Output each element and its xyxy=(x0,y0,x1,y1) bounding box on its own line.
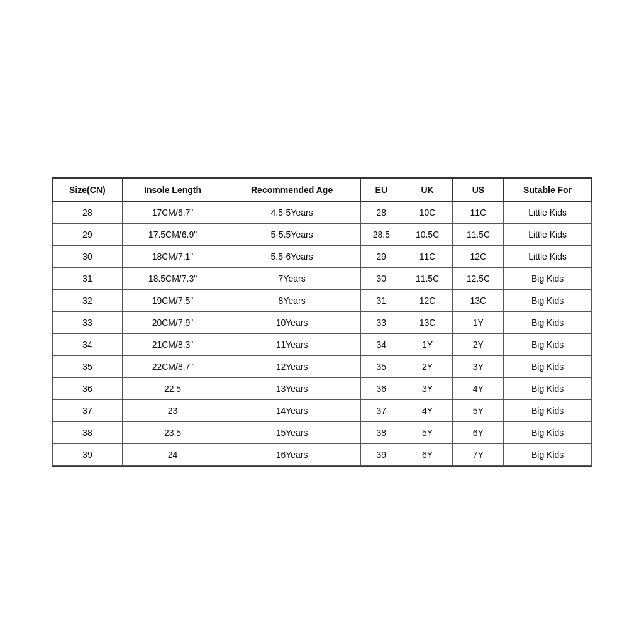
table-cell: 22CM/8.7" xyxy=(122,356,223,378)
table-cell: Big Kids xyxy=(504,312,592,334)
table-row: 3421CM/8.3"11Years341Y2YBig Kids xyxy=(53,334,592,356)
table-cell: 5.5-6Years xyxy=(223,246,361,268)
table-cell: 24 xyxy=(122,444,223,466)
table-cell: 35 xyxy=(360,356,402,378)
table-cell: 13Years xyxy=(223,378,361,400)
table-cell: Little Kids xyxy=(504,224,592,246)
table-cell: 7Years xyxy=(223,268,361,290)
table-cell: 6Y xyxy=(402,444,453,466)
table-cell: 34 xyxy=(360,334,402,356)
table-cell: 13C xyxy=(402,312,453,334)
table-cell: 29 xyxy=(360,246,402,268)
table-cell: 22.5 xyxy=(122,378,223,400)
table-cell: 5Y xyxy=(402,422,453,444)
table-cell: 33 xyxy=(360,312,402,334)
table-cell: 10C xyxy=(402,202,453,224)
table-cell: 12Years xyxy=(223,356,361,378)
table-cell: 14Years xyxy=(223,400,361,422)
table-cell: 20CM/7.9" xyxy=(122,312,223,334)
table-cell: Big Kids xyxy=(504,290,592,312)
header-insole-length: Insole Length xyxy=(122,179,223,202)
table-cell: 4Y xyxy=(453,378,504,400)
table-cell: 17CM/6.7" xyxy=(122,202,223,224)
table-cell: 10.5C xyxy=(402,224,453,246)
table-cell: 38 xyxy=(360,422,402,444)
table-row: 3118.5CM/7.3"7Years3011.5C12.5CBig Kids xyxy=(53,268,592,290)
table-row: 3622.513Years363Y4YBig Kids xyxy=(53,378,592,400)
table-header-row: Size(CN) Insole Length Recommended Age E… xyxy=(53,179,592,202)
table-cell: 39 xyxy=(53,444,123,466)
table-cell: 18.5CM/7.3" xyxy=(122,268,223,290)
table-row: 3018CM/7.1"5.5-6Years2911C12CLittle Kids xyxy=(53,246,592,268)
table-cell: 23.5 xyxy=(122,422,223,444)
header-recommended-age: Recommended Age xyxy=(223,179,361,202)
table-cell: 37 xyxy=(53,400,123,422)
table-cell: Big Kids xyxy=(504,356,592,378)
table-cell: 35 xyxy=(53,356,123,378)
table-cell: 36 xyxy=(53,378,123,400)
table-cell: 2Y xyxy=(453,334,504,356)
table-cell: 11C xyxy=(402,246,453,268)
table-cell: 6Y xyxy=(453,422,504,444)
table-cell: 12C xyxy=(453,246,504,268)
table-cell: 21CM/8.3" xyxy=(122,334,223,356)
table-cell: 5Y xyxy=(453,400,504,422)
table-cell: 11.5C xyxy=(402,268,453,290)
table-cell: 12C xyxy=(402,290,453,312)
table-cell: 7Y xyxy=(453,444,504,466)
table-cell: 11.5C xyxy=(453,224,504,246)
table-cell: Big Kids xyxy=(504,268,592,290)
table-cell: 1Y xyxy=(402,334,453,356)
table-row: 392416Years396Y7YBig Kids xyxy=(53,444,592,466)
table-cell: 28 xyxy=(53,202,123,224)
table-cell: Big Kids xyxy=(504,334,592,356)
table-cell: 3Y xyxy=(402,378,453,400)
size-chart-container: Size(CN) Insole Length Recommended Age E… xyxy=(52,177,592,467)
table-cell: 19CM/7.5" xyxy=(122,290,223,312)
table-cell: Big Kids xyxy=(504,444,592,466)
table-cell: 30 xyxy=(360,268,402,290)
table-cell: Big Kids xyxy=(504,400,592,422)
table-cell: 32 xyxy=(53,290,123,312)
table-cell: 13C xyxy=(453,290,504,312)
page-wrapper: Size(CN) Insole Length Recommended Age E… xyxy=(0,0,644,644)
table-cell: 2Y xyxy=(402,356,453,378)
table-cell: 31 xyxy=(53,268,123,290)
table-cell: 31 xyxy=(360,290,402,312)
header-size-cn: Size(CN) xyxy=(53,179,123,202)
table-cell: Little Kids xyxy=(504,246,592,268)
table-cell: Little Kids xyxy=(504,202,592,224)
table-cell: 29 xyxy=(53,224,123,246)
table-cell: 10Years xyxy=(223,312,361,334)
table-row: 372314Years374Y5YBig Kids xyxy=(53,400,592,422)
table-cell: 30 xyxy=(53,246,123,268)
table-cell: 34 xyxy=(53,334,123,356)
header-us: US xyxy=(453,179,504,202)
size-chart-table: Size(CN) Insole Length Recommended Age E… xyxy=(52,178,592,466)
table-cell: 38 xyxy=(53,422,123,444)
table-cell: 18CM/7.1" xyxy=(122,246,223,268)
table-cell: Big Kids xyxy=(504,422,592,444)
table-cell: 4Y xyxy=(402,400,453,422)
table-cell: 23 xyxy=(122,400,223,422)
table-row: 3219CM/7.5"8Years3112C13CBig Kids xyxy=(53,290,592,312)
table-cell: 37 xyxy=(360,400,402,422)
header-eu: EU xyxy=(360,179,402,202)
table-row: 3320CM/7.9"10Years3313C1YBig Kids xyxy=(53,312,592,334)
table-cell: 28.5 xyxy=(360,224,402,246)
table-row: 3522CM/8.7"12Years352Y3YBig Kids xyxy=(53,356,592,378)
table-cell: 36 xyxy=(360,378,402,400)
table-row: 2917.5CM/6.9"5-5.5Years28.510.5C11.5CLit… xyxy=(53,224,592,246)
table-cell: 28 xyxy=(360,202,402,224)
table-cell: 11Years xyxy=(223,334,361,356)
header-suitable-for: Sutable For xyxy=(504,179,592,202)
table-cell: 11C xyxy=(453,202,504,224)
table-row: 2817CM/6.7"4.5-5Years2810C11CLittle Kids xyxy=(53,202,592,224)
table-row: 3823.515Years385Y6YBig Kids xyxy=(53,422,592,444)
table-cell: 39 xyxy=(360,444,402,466)
table-cell: 17.5CM/6.9" xyxy=(122,224,223,246)
table-cell: 4.5-5Years xyxy=(223,202,361,224)
header-uk: UK xyxy=(402,179,453,202)
table-cell: 5-5.5Years xyxy=(223,224,361,246)
table-cell: 3Y xyxy=(453,356,504,378)
